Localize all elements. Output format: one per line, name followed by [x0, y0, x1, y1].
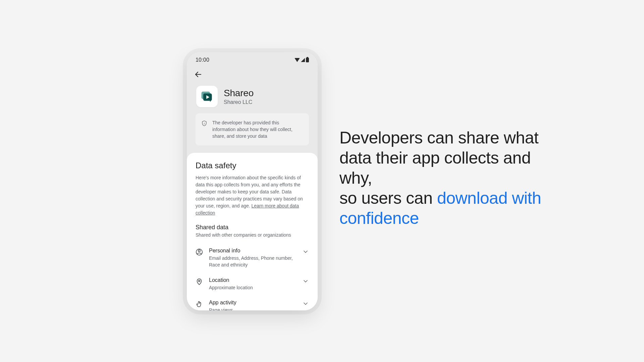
- touch-app-icon: [196, 300, 203, 308]
- row-title: Location: [209, 277, 296, 283]
- row-title: Personal info: [209, 248, 296, 254]
- data-safety-description: Here's more information about the specif…: [196, 174, 309, 217]
- battery-icon: [306, 58, 309, 62]
- chevron-down-icon: [302, 248, 309, 255]
- developer-info-text: The developer has provided this informat…: [212, 119, 304, 140]
- data-row-personal-info[interactable]: Personal info Email address, Address, Ph…: [196, 244, 309, 274]
- status-time: 10:00: [196, 57, 209, 63]
- slide-headline: Developers can share what data their app…: [339, 128, 564, 228]
- svg-point-3: [204, 122, 205, 123]
- row-sub: Page views: [209, 307, 296, 310]
- headline-line1: Developers can share what data their app…: [339, 128, 538, 187]
- app-icon: [196, 86, 218, 107]
- data-safety-sheet: Data safety Here's more information abou…: [187, 153, 318, 310]
- row-sub: Email address, Address, Phone number, Ra…: [209, 255, 296, 268]
- data-row-location[interactable]: Location Approximate location: [196, 274, 309, 297]
- svg-point-7: [199, 280, 200, 282]
- shield-info-icon: [201, 120, 208, 128]
- back-arrow-icon[interactable]: [194, 70, 203, 79]
- person-icon: [196, 248, 203, 256]
- data-row-app-activity[interactable]: App activity Page views: [196, 296, 309, 310]
- app-header: Shareo Shareo LLC: [187, 82, 318, 113]
- svg-point-5: [198, 250, 200, 252]
- row-sub: Approximate location: [209, 285, 296, 291]
- location-pin-icon: [196, 278, 203, 285]
- app-developer: Shareo LLC: [224, 99, 254, 105]
- cell-signal-icon: [301, 58, 305, 62]
- status-bar: 10:00: [187, 52, 318, 68]
- chevron-down-icon: [302, 278, 309, 285]
- app-name: Shareo: [224, 88, 254, 99]
- shared-data-sub: Shared with other companies or organizat…: [196, 232, 309, 238]
- developer-info-card: The developer has provided this informat…: [196, 113, 309, 146]
- row-title: App activity: [209, 300, 296, 306]
- phone-frame: 10:00: [187, 52, 318, 310]
- data-safety-heading: Data safety: [196, 161, 309, 170]
- shared-data-heading: Shared data: [196, 224, 309, 231]
- wifi-icon: [294, 58, 300, 62]
- headline-line2: so users can: [339, 189, 437, 207]
- chevron-down-icon: [302, 300, 309, 307]
